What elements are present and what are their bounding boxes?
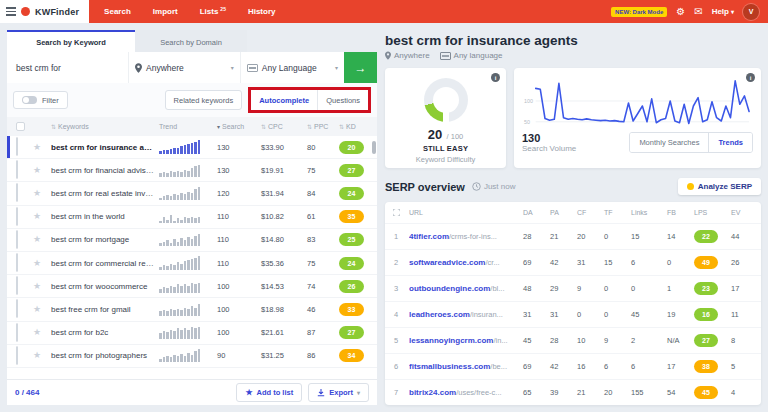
serp-url-link[interactable]: outboundengine.com/bl... xyxy=(409,284,523,293)
serp-url-link[interactable]: softwareadvice.com/cr... xyxy=(409,258,523,267)
info-icon[interactable]: i xyxy=(746,73,755,82)
row-menu-icon[interactable]: ⋮ xyxy=(758,310,761,320)
row-menu-icon[interactable]: ⋮ xyxy=(758,284,761,294)
nav-item-import[interactable]: Import xyxy=(142,0,189,23)
favorite-star-icon[interactable]: ★ xyxy=(33,328,51,337)
row-menu-icon[interactable]: ⋮ xyxy=(758,336,761,346)
messages-envelope-icon[interactable]: ✉ xyxy=(694,7,702,17)
kd-badge[interactable]: 33 xyxy=(339,303,364,316)
toggle-switch-icon[interactable] xyxy=(22,96,37,104)
serp-url-link[interactable]: bitrix24.com/uses/free-c... xyxy=(409,388,523,397)
favorite-star-icon[interactable]: ★ xyxy=(33,259,51,268)
kd-badge[interactable]: 35 xyxy=(339,210,364,223)
tab-search-by-keyword[interactable]: Search by Keyword xyxy=(7,30,135,52)
row-checkbox[interactable] xyxy=(16,323,18,342)
row-checkbox[interactable] xyxy=(16,137,18,156)
keyword-row[interactable]: ★best crm for woocommerce100$14.537426 xyxy=(7,275,377,298)
keyword-search-input[interactable]: best crm for xyxy=(7,52,128,83)
kd-badge[interactable]: 27 xyxy=(339,164,364,177)
favorite-star-icon[interactable]: ★ xyxy=(33,143,51,152)
kd-badge[interactable]: 24 xyxy=(339,187,364,200)
row-menu-icon[interactable]: ⋮ xyxy=(758,232,761,242)
analyze-serp-button[interactable]: Analyze SERP xyxy=(678,178,761,195)
row-checkbox[interactable] xyxy=(16,230,18,249)
favorite-star-icon[interactable]: ★ xyxy=(33,212,51,221)
row-checkbox[interactable] xyxy=(16,183,18,202)
serp-row[interactable]: 2softwareadvice.com/cr...69423115604926⋮ xyxy=(385,249,761,275)
dark-mode-badge[interactable]: NEW: Dark Mode xyxy=(611,7,667,17)
serp-url-link[interactable]: 4tifier.com/crms-for-ins... xyxy=(409,232,523,241)
row-checkbox[interactable] xyxy=(16,160,18,179)
kd-badge[interactable]: 25 xyxy=(339,233,364,246)
serp-url-link[interactable]: leadheroes.com/insuran... xyxy=(409,310,523,319)
keyword-row[interactable]: ★best crm for financial advisors130$19.9… xyxy=(7,159,377,182)
monthly-searches-button[interactable]: Monthly Searches xyxy=(630,133,708,152)
row-menu-icon[interactable]: ⋮ xyxy=(758,362,761,372)
keyword-row[interactable]: ★best crm for photographers90$31.258634 xyxy=(7,345,377,368)
autocomplete-button[interactable]: Autocomplete xyxy=(251,90,317,110)
nav-item-lists[interactable]: Lists25 xyxy=(189,0,237,23)
keyword-row[interactable]: ★best crm in the world110$10.826135 xyxy=(7,206,377,229)
scrollbar-thumb[interactable] xyxy=(372,141,376,154)
user-avatar[interactable]: V xyxy=(743,4,759,20)
keyword-row[interactable]: ★best crm for b2c100$21.618727 xyxy=(7,322,377,345)
favorite-star-icon[interactable]: ★ xyxy=(33,351,51,360)
favorite-star-icon[interactable]: ★ xyxy=(33,189,51,198)
row-checkbox[interactable] xyxy=(16,299,18,318)
column-kd[interactable]: ⇅KD xyxy=(339,123,377,130)
keyword-row[interactable]: ★best crm for mortgage110$14.808325 xyxy=(7,229,377,252)
trends-button[interactable]: Trends xyxy=(708,133,752,152)
serp-row[interactable]: 14tifier.com/crms-for-ins...282120015142… xyxy=(385,223,761,249)
keyword-row[interactable]: ★best crm for real estate investors120$3… xyxy=(7,182,377,205)
language-select[interactable]: Any Language ▾ xyxy=(240,52,344,83)
brand-name[interactable]: KWFinder xyxy=(35,7,79,17)
add-to-list-button[interactable]: ★ Add to list xyxy=(236,383,302,402)
serp-row[interactable]: 5lessannoyingcrm.com/in...45281092N/A278… xyxy=(385,327,761,353)
favorite-star-icon[interactable]: ★ xyxy=(33,282,51,291)
help-menu[interactable]: Help▾ xyxy=(712,7,734,16)
expand-icon[interactable] xyxy=(393,209,409,217)
row-menu-icon[interactable]: ⋮ xyxy=(758,388,761,398)
serp-url-link[interactable]: lessannoyingcrm.com/in... xyxy=(409,336,523,345)
serp-row[interactable]: 4leadheroes.com/insuran...31310045191611… xyxy=(385,301,761,327)
nav-item-search[interactable]: Search xyxy=(93,0,142,23)
row-checkbox[interactable] xyxy=(16,276,18,295)
kd-badge[interactable]: 34 xyxy=(339,349,364,362)
serp-row[interactable]: 7bitrix24.com/uses/free-c...653921201555… xyxy=(385,379,761,405)
favorite-star-icon[interactable]: ★ xyxy=(33,166,51,175)
cpc-cell: $14.80 xyxy=(261,235,307,244)
keyword-row[interactable]: ★best crm for insurance agents130$33.908… xyxy=(7,136,377,159)
kd-badge[interactable]: 26 xyxy=(339,280,364,293)
info-icon[interactable]: i xyxy=(491,73,500,82)
export-button[interactable]: Export ▾ xyxy=(308,383,369,402)
column-search[interactable]: ▾Search xyxy=(217,123,261,130)
filter-toggle[interactable]: Filter xyxy=(13,91,68,109)
related-keywords-button[interactable]: Related keywords xyxy=(165,90,243,110)
hamburger-menu-icon[interactable] xyxy=(6,7,16,16)
kd-badge[interactable]: 20 xyxy=(339,141,364,154)
keyword-row[interactable]: ★best free crm for gmail100$18.984633 xyxy=(7,298,377,321)
find-keywords-button[interactable]: → xyxy=(344,52,377,83)
tab-search-by-domain[interactable]: Search by Domain xyxy=(135,30,247,52)
row-checkbox[interactable] xyxy=(16,253,18,272)
serp-overview-title: SERP overview xyxy=(385,181,465,193)
column-cpc[interactable]: ⇅CPC xyxy=(261,123,307,130)
questions-button[interactable]: Questions xyxy=(318,90,368,110)
row-menu-icon[interactable]: ⋮ xyxy=(758,258,761,268)
settings-gear-icon[interactable]: ⚙ xyxy=(676,7,685,17)
serp-row[interactable]: 6fitsmallbusiness.com/be...6942166617385… xyxy=(385,353,761,379)
location-select[interactable]: Anywhere ▾ xyxy=(128,52,240,83)
favorite-star-icon[interactable]: ★ xyxy=(33,305,51,314)
kd-badge[interactable]: 24 xyxy=(339,257,364,270)
serp-row[interactable]: 3outboundengine.com/bl...482990012317⋮ xyxy=(385,275,761,301)
favorite-star-icon[interactable]: ★ xyxy=(33,235,51,244)
keyword-row[interactable]: ★best crm for commercial real estate110$… xyxy=(7,252,377,275)
column-keywords[interactable]: ⇅Keywords xyxy=(51,123,159,130)
column-ppc[interactable]: ⇅PPC xyxy=(307,123,339,130)
row-checkbox[interactable] xyxy=(16,207,18,226)
serp-url-link[interactable]: fitsmallbusiness.com/be... xyxy=(409,362,523,371)
row-checkbox[interactable] xyxy=(16,346,18,365)
kd-badge[interactable]: 27 xyxy=(339,326,364,339)
select-all-checkbox[interactable] xyxy=(16,122,25,131)
nav-item-history[interactable]: History xyxy=(237,0,287,23)
